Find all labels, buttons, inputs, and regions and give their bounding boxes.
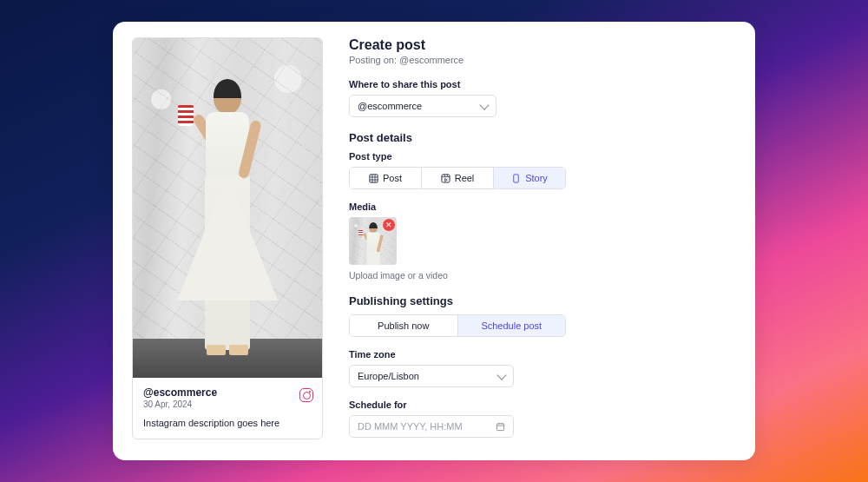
publishing-heading: Publishing settings: [349, 294, 731, 307]
media-hint: Upload image or a video: [349, 270, 731, 281]
post-type-reel[interactable]: Reel: [421, 168, 493, 188]
post-type-story[interactable]: Story: [493, 168, 565, 188]
media-thumbnail[interactable]: ✕: [349, 217, 397, 265]
grid-icon: [369, 174, 378, 183]
timezone-label: Time zone: [349, 349, 731, 360]
timezone-value: Europe/Lisbon: [358, 371, 419, 381]
create-post-form: Create post Posting on: @escommerce Wher…: [349, 37, 731, 445]
create-post-panel: @escommerce 30 Apr, 2024 Instagram descr…: [113, 22, 755, 460]
post-preview-image: [133, 38, 322, 378]
story-icon: [511, 174, 521, 183]
post-type-segmented: Post Reel Story: [349, 167, 566, 189]
share-account-select[interactable]: @escommerce: [349, 95, 496, 117]
post-preview-card: @escommerce 30 Apr, 2024 Instagram descr…: [132, 37, 323, 439]
preview-handle: @escommerce: [143, 386, 312, 399]
share-label: Where to share this post: [349, 79, 731, 89]
post-type-label: Post type: [349, 151, 731, 162]
post-details-heading: Post details: [349, 131, 731, 144]
preview-description: Instagram description goes here: [143, 418, 312, 428]
svg-rect-1: [442, 174, 450, 182]
reel-icon: [441, 174, 450, 183]
svg-rect-2: [514, 174, 519, 182]
svg-rect-0: [370, 174, 378, 182]
timezone-select[interactable]: Europe/Lisbon: [349, 365, 514, 387]
calendar-icon: [496, 422, 505, 432]
share-account-value: @escommerce: [358, 101, 422, 111]
preview-date: 30 Apr, 2024: [143, 399, 312, 409]
post-preview-meta: @escommerce 30 Apr, 2024 Instagram descr…: [133, 378, 322, 439]
svg-rect-3: [496, 423, 503, 430]
publish-now-option[interactable]: Publish now: [350, 315, 457, 336]
media-label: Media: [349, 201, 731, 212]
page-title: Create post: [349, 37, 731, 53]
chevron-down-icon: [479, 100, 489, 109]
posting-on-label: Posting on: @escommerce: [349, 55, 731, 65]
remove-media-button[interactable]: ✕: [383, 219, 395, 231]
chevron-down-icon: [496, 370, 506, 380]
post-type-post[interactable]: Post: [350, 168, 421, 188]
schedule-for-label: Schedule for: [349, 399, 731, 410]
schedule-datetime-input[interactable]: DD MMM YYYY, HH:MM: [349, 415, 514, 438]
publish-mode-segmented: Publish now Schedule post: [349, 314, 566, 337]
schedule-placeholder: DD MMM YYYY, HH:MM: [358, 421, 463, 432]
instagram-icon: [299, 388, 313, 402]
schedule-post-option[interactable]: Schedule post: [457, 315, 566, 336]
